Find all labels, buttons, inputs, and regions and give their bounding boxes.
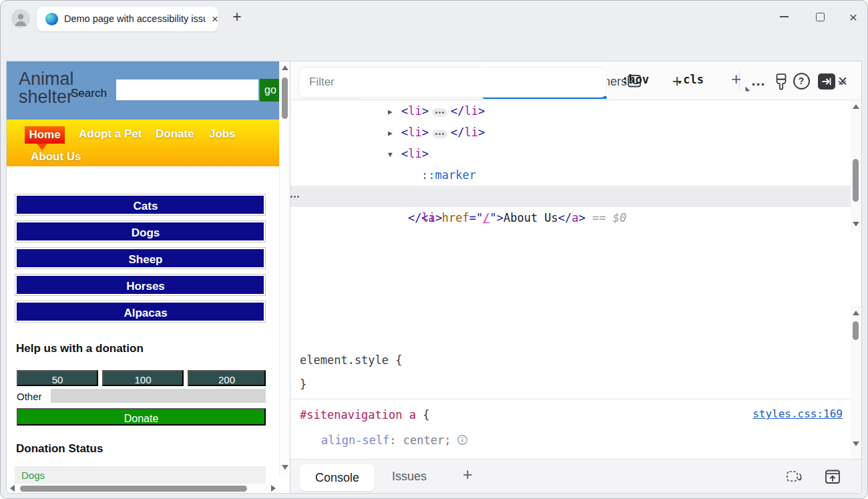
window-close-button[interactable]: × bbox=[843, 7, 863, 27]
scroll-down-arrow[interactable] bbox=[282, 465, 288, 470]
stylesheet-source-link[interactable]: styles.css:169 bbox=[752, 407, 843, 420]
scroll-left-arrow[interactable] bbox=[10, 485, 15, 492]
dom-row-li-close[interactable]: </li> bbox=[290, 207, 861, 228]
dom-row-li-collapsed-2[interactable]: ▶<li></li> bbox=[290, 122, 861, 143]
tab-close-icon[interactable]: × bbox=[208, 12, 222, 27]
home-pointer-triangle bbox=[37, 144, 47, 150]
scroll-right-arrow[interactable] bbox=[271, 485, 276, 492]
styles-rules: element.style { } #sitenavigation a { st… bbox=[290, 347, 861, 459]
collapse-arrow-icon[interactable]: ▼ bbox=[388, 144, 401, 166]
new-style-rule-button[interactable]: + bbox=[731, 70, 741, 88]
window-maximize-button[interactable] bbox=[810, 7, 830, 27]
search-label: Search bbox=[71, 87, 107, 100]
donation-status-row: Dogs bbox=[15, 466, 266, 484]
scroll-up-arrow[interactable] bbox=[282, 65, 288, 70]
animal-button-horses[interactable]: Horses bbox=[15, 274, 266, 296]
search-go-button[interactable]: go bbox=[260, 79, 279, 102]
scroll-up-arrow[interactable] bbox=[853, 104, 859, 109]
page-horizontal-scrollbar[interactable] bbox=[7, 484, 279, 493]
page-vertical-scrollbar[interactable] bbox=[279, 61, 290, 477]
node-menu-ellipsis-icon[interactable] bbox=[290, 186, 861, 207]
horizontal-scroll-thumb[interactable] bbox=[20, 486, 247, 492]
vertical-scroll-thumb[interactable] bbox=[853, 321, 859, 340]
scroll-down-arrow[interactable] bbox=[853, 222, 859, 226]
paintbrush-icon bbox=[773, 73, 790, 92]
chevron-down-icon bbox=[837, 77, 847, 88]
donate-button[interactable]: Donate bbox=[17, 408, 266, 426]
person-icon bbox=[11, 9, 30, 28]
devtools-help-button[interactable]: ? bbox=[793, 72, 810, 90]
tab-issues[interactable]: Issues bbox=[392, 470, 427, 484]
format-styles-button[interactable] bbox=[773, 73, 790, 94]
tab-title: Demo page with accessibility issues bbox=[64, 13, 206, 25]
new-tab-button[interactable]: + bbox=[228, 9, 246, 26]
maximize-icon bbox=[816, 13, 825, 21]
nav-link-about-us[interactable]: About Us bbox=[31, 150, 81, 164]
devtools-more-button[interactable]: … bbox=[750, 72, 767, 90]
close-icon: × bbox=[849, 10, 857, 24]
scroll-down-arrow[interactable] bbox=[853, 442, 859, 446]
donation-status-dogs-link[interactable]: Dogs bbox=[21, 470, 45, 481]
dom-row-marker[interactable]: ::marker bbox=[290, 164, 861, 186]
site-navigation: Home Adopt a Pet Donate Jobs About Us bbox=[7, 120, 279, 166]
animal-button-dogs[interactable]: Dogs bbox=[15, 220, 266, 242]
styles-scrollbar[interactable] bbox=[851, 305, 861, 459]
more-tabs-chevron[interactable] bbox=[837, 77, 847, 91]
amount-button-100[interactable]: 100 bbox=[102, 370, 184, 386]
browser-tab[interactable]: Demo page with accessibility issues × bbox=[37, 7, 218, 31]
pseudo-state-toggle[interactable]: :hov bbox=[622, 73, 649, 86]
quick-view-bar: Console Issues + bbox=[290, 459, 861, 493]
new-style-rule-dropdown-triangle bbox=[746, 82, 750, 92]
dom-row-li-expanded[interactable]: ▼<li> bbox=[290, 143, 861, 164]
animal-button-alpacas[interactable]: Alpacas bbox=[15, 301, 266, 323]
expand-arrow-icon[interactable]: ▶ bbox=[388, 102, 401, 123]
tab-console[interactable]: Console bbox=[300, 464, 375, 491]
scroll-up-arrow[interactable] bbox=[853, 311, 859, 315]
site-title: Animal shelter bbox=[19, 70, 74, 106]
class-toggle[interactable]: .cls bbox=[676, 73, 704, 86]
rule-separator bbox=[290, 399, 861, 399]
panel-expand-up-icon bbox=[823, 468, 842, 486]
minimize-icon bbox=[780, 16, 789, 17]
element-style-rule[interactable]: element.style { bbox=[300, 350, 403, 370]
animal-button-sheep[interactable]: Sheep bbox=[15, 247, 266, 269]
window-minimize-button[interactable] bbox=[774, 7, 794, 27]
donation-status-heading: Donation Status bbox=[16, 442, 103, 456]
animal-button-cats[interactable]: Cats bbox=[15, 194, 266, 216]
inactive-property-info-icon[interactable] bbox=[457, 432, 468, 452]
profile-avatar[interactable] bbox=[11, 9, 30, 28]
nav-link-home[interactable]: Home bbox=[25, 126, 65, 144]
other-amount-input[interactable] bbox=[51, 389, 266, 403]
webpage-pane: Animal shelter Search go Home Adopt a Pe… bbox=[7, 61, 290, 493]
page-header: Animal shelter Search go bbox=[7, 61, 279, 120]
dashed-box-refresh-icon bbox=[785, 468, 805, 486]
sitenavigation-rule-selector[interactable]: #sitenavigation a { bbox=[300, 405, 430, 425]
vertical-scroll-thumb[interactable] bbox=[853, 159, 859, 202]
dom-row-li-collapsed-1[interactable]: ▶<li></li> bbox=[290, 100, 861, 122]
amount-button-50[interactable]: 50 bbox=[17, 370, 98, 386]
search-input[interactable] bbox=[116, 79, 258, 100]
vertical-scroll-thumb[interactable] bbox=[282, 77, 288, 119]
collapsed-content-ellipsis-icon[interactable] bbox=[432, 130, 447, 138]
element-style-close-brace: } bbox=[300, 374, 306, 394]
nav-link-adopt-a-pet[interactable]: Adopt a Pet bbox=[79, 128, 142, 141]
dom-row-anchor-selected[interactable]: <a href="/">About Us</a> == $0 bbox=[290, 186, 861, 207]
donation-heading: Help us with a donation bbox=[16, 342, 144, 355]
nav-link-donate[interactable]: Donate bbox=[156, 128, 194, 141]
css-declaration-align-self[interactable]: align-self: center; bbox=[321, 430, 468, 450]
group-tabs-button[interactable] bbox=[785, 468, 805, 489]
add-quickview-tab-button[interactable]: + bbox=[463, 465, 473, 484]
dom-tree: ▶<li></li> ▶<li></li> ▼<li> ::marker <a … bbox=[290, 100, 861, 232]
browser-titlebar: Demo page with accessibility issues × + … bbox=[1, 1, 867, 33]
expand-quick-view-button[interactable] bbox=[823, 468, 842, 489]
toggle-rendering-button[interactable] bbox=[818, 73, 835, 90]
dom-tree-scrollbar[interactable] bbox=[851, 100, 861, 232]
collapsed-content-ellipsis-icon[interactable] bbox=[432, 108, 447, 117]
nav-link-jobs[interactable]: Jobs bbox=[209, 128, 236, 141]
expand-arrow-icon[interactable]: ▶ bbox=[388, 123, 401, 144]
arrow-into-box-icon bbox=[821, 77, 832, 86]
styles-filter-input[interactable] bbox=[298, 67, 607, 98]
amount-button-200[interactable]: 200 bbox=[188, 370, 266, 386]
devtools-pane: </> Elements + … ? × bbox=[290, 61, 861, 493]
help-icon: ? bbox=[793, 73, 810, 90]
